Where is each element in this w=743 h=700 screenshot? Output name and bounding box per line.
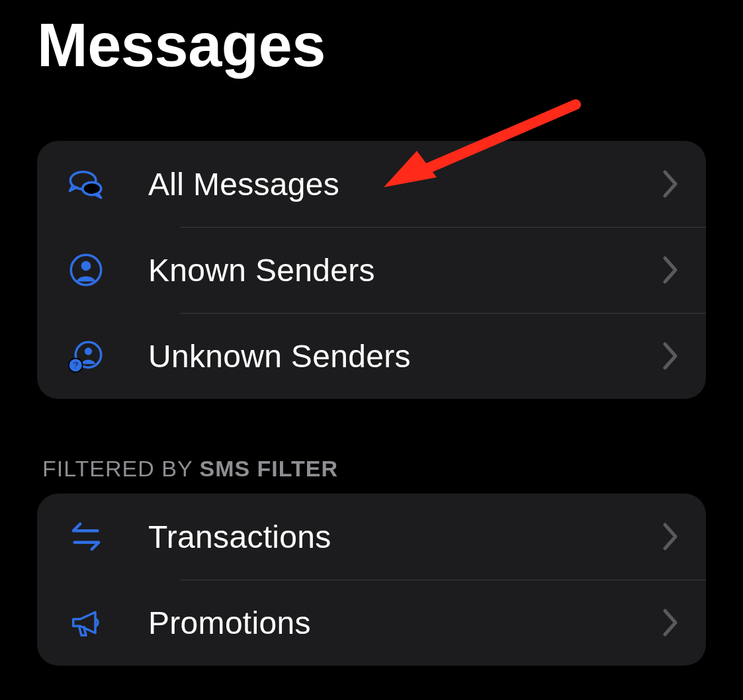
chevron-right-icon xyxy=(662,522,679,551)
row-label: Promotions xyxy=(148,605,662,641)
row-transactions[interactable]: Transactions xyxy=(37,494,706,580)
row-all-messages[interactable]: All Messages xyxy=(37,141,706,227)
messages-filters-screen: Messages All Messages xyxy=(0,0,743,700)
chevron-right-icon xyxy=(662,255,679,284)
chevron-right-icon xyxy=(662,608,679,637)
filtered-by-prefix: Filtered by xyxy=(42,456,199,481)
filtered-by-header: Filtered by SMS Filter xyxy=(37,456,706,494)
arrows-swap-icon xyxy=(64,514,109,559)
row-promotions[interactable]: Promotions xyxy=(37,580,706,666)
megaphone-icon xyxy=(64,600,109,645)
chevron-right-icon xyxy=(662,169,679,198)
svg-point-5 xyxy=(85,348,92,355)
svg-point-3 xyxy=(81,261,91,271)
chat-bubbles-icon xyxy=(64,161,109,206)
chevron-right-icon xyxy=(662,341,679,371)
filter-app-name: SMS Filter xyxy=(199,456,338,481)
page-title: Messages xyxy=(37,0,706,79)
person-question-icon: ? xyxy=(64,333,109,378)
filters-group-sms: Transactions Promotions xyxy=(37,494,706,666)
svg-text:?: ? xyxy=(73,360,79,371)
row-unknown-senders[interactable]: ? Unknown Senders xyxy=(37,313,706,399)
person-circle-icon xyxy=(64,247,109,292)
filters-group-main: All Messages Known Senders xyxy=(37,141,706,399)
row-label: Unknown Senders xyxy=(148,338,662,374)
row-label: Known Senders xyxy=(148,252,662,288)
row-known-senders[interactable]: Known Senders xyxy=(37,227,706,313)
row-label: Transactions xyxy=(148,519,662,555)
row-label: All Messages xyxy=(148,166,662,202)
